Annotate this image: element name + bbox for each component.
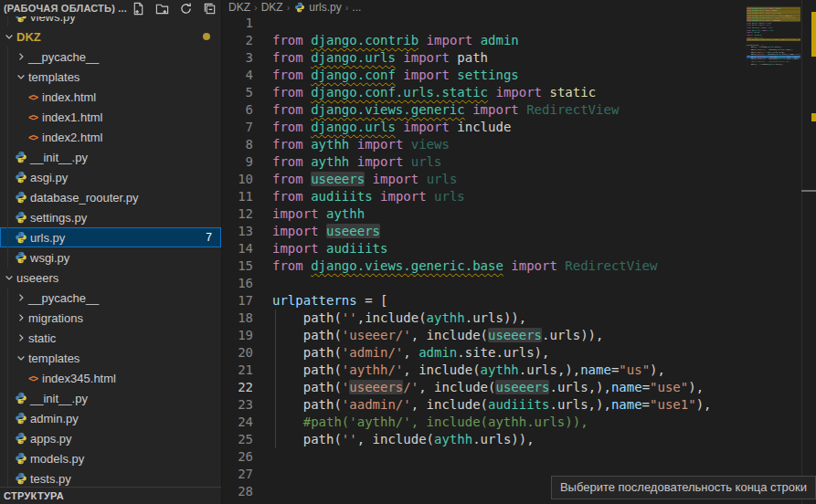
line-number: 15: [222, 257, 253, 275]
code-line-11[interactable]: from audiiits import urls: [272, 188, 816, 205]
tree-item-label: settings.py: [30, 211, 87, 225]
code-area[interactable]: 1234567891011121314151617181920212223242…: [222, 15, 816, 504]
overview-ruler[interactable]: [801, 0, 816, 504]
tree-item-tests-py[interactable]: tests.py: [0, 468, 221, 488]
code-line-6[interactable]: from django.views.generic import Redirec…: [272, 101, 816, 119]
refresh-icon[interactable]: [178, 1, 193, 16]
tree-item-index1-html[interactable]: <>index1.html: [0, 107, 221, 127]
code-line-10[interactable]: from useeers import urls: [272, 171, 816, 188]
modified-dot-icon: [203, 33, 210, 40]
code-line-25[interactable]: path('', include(aythh.urls)),: [272, 431, 816, 448]
code-line-16[interactable]: [272, 275, 816, 292]
tree-item-urls-py[interactable]: urls.py7: [0, 227, 221, 247]
tree-item-database-roouter-py[interactable]: database_roouter.py: [0, 187, 221, 207]
chevron-right-icon: [14, 51, 28, 62]
code-line-19[interactable]: path('useeer/', include(useeers.urls)),: [272, 327, 816, 344]
code-line-2[interactable]: from django.contrib import admin: [272, 32, 816, 49]
code-line-22[interactable]: path('useeers/', include(useeers.urls,),…: [272, 379, 816, 396]
code-line-4[interactable]: from django.conf import settings: [272, 67, 816, 84]
code-line-7[interactable]: from django.urls import include: [272, 119, 816, 136]
line-number: 13: [222, 223, 253, 240]
vscode-window: (РАБОЧАЯ ОБЛАСТЬ) ... views.pyDKZ__pycac…: [0, 0, 816, 504]
code-line-23[interactable]: path('aadmin/', include(audiiits.urls,),…: [272, 396, 816, 414]
new-file-icon[interactable]: [131, 1, 145, 16]
tree-item-dkz[interactable]: DKZ: [0, 26, 221, 47]
code-line-15[interactable]: from django.views.generic.base import Re…: [272, 257, 816, 275]
python-file-icon: [14, 171, 28, 184]
tree-item-apps-py[interactable]: apps.py: [0, 428, 221, 448]
tree-item-label: DKZ: [16, 30, 41, 44]
tree-item-label: tests.py: [30, 472, 71, 486]
tree-item-init-py[interactable]: __init__.py: [0, 147, 221, 167]
tree-item-static[interactable]: static: [0, 328, 221, 348]
tree-item-label: models.py: [30, 452, 84, 466]
line-number: 20: [222, 344, 253, 362]
code-line-9[interactable]: from aythh import urls: [272, 153, 816, 171]
breadcrumb-separator: ›: [287, 2, 291, 13]
scroll-divider-marker: [801, 190, 816, 192]
tree-item-asgi-py[interactable]: asgi.py: [0, 167, 221, 187]
tree-item-migrations[interactable]: migrations: [0, 308, 221, 328]
chevron-right-icon: [14, 332, 28, 343]
code-content[interactable]: from django.contrib import adminfrom dja…: [272, 15, 816, 504]
code-line-5[interactable]: from django.conf.urls.static import stat…: [272, 84, 816, 101]
collapse-all-icon[interactable]: [202, 1, 217, 16]
breadcrumb-separator: ›: [254, 2, 258, 13]
code-line-20[interactable]: path('admin/', admin.site.urls),: [272, 344, 816, 362]
python-file-icon: [294, 2, 305, 13]
tree-item-templates[interactable]: templates: [0, 348, 221, 368]
minimap[interactable]: from django.contrib import adminfrom dja…: [747, 5, 800, 114]
tree-item-label: index1.html: [42, 110, 102, 124]
tree-item-settings-py[interactable]: settings.py: [0, 207, 221, 227]
line-number: 6: [222, 101, 253, 119]
html-file-icon: <>: [26, 132, 40, 142]
outline-section-header[interactable]: СТРУКТУРА: [0, 487, 221, 504]
code-line-8[interactable]: from aythh import views: [272, 136, 816, 153]
code-line-28[interactable]: [747, 70, 800, 73]
code-line-18[interactable]: path('',include(aythh.urls)),: [272, 310, 816, 327]
tree-item-pycache[interactable]: __pycache__: [0, 288, 221, 308]
tree-item-index345-html[interactable]: <>index345.html: [0, 368, 221, 388]
tree-item-index2-html[interactable]: <>index2.html: [0, 127, 221, 147]
breadcrumb-item-dkz[interactable]: DKZ: [261, 1, 283, 14]
code-line-17[interactable]: urlpatterns = [: [272, 292, 816, 310]
breadcrumb-item-urls-py[interactable]: urls.py: [293, 1, 341, 14]
line-number: 17: [222, 292, 253, 310]
code-line-24[interactable]: #path('aythh/', include(aythh.urls)),: [272, 414, 816, 431]
tree-item-label: __pycache__: [28, 291, 99, 305]
tree-item-wsgi-py[interactable]: wsgi.py: [0, 247, 221, 268]
code-line-26[interactable]: [272, 448, 816, 466]
tree-item-models-py[interactable]: models.py: [0, 448, 221, 468]
breadcrumb-item--[interactable]: ...: [352, 1, 361, 14]
code-line-3[interactable]: from django.urls import path: [272, 49, 816, 67]
line-number: 9: [222, 153, 253, 171]
code-line-12[interactable]: import aythh: [272, 205, 816, 223]
code-line-13[interactable]: import useeers: [272, 223, 816, 240]
outline-label: СТРУКТУРА: [4, 490, 64, 501]
chevron-down-icon: [14, 71, 28, 82]
code-line-14[interactable]: import audiiits: [272, 240, 816, 257]
breadcrumb-separator: ›: [345, 2, 349, 13]
minimap-content: from django.contrib import adminfrom dja…: [747, 5, 800, 72]
tree-item-useeers[interactable]: useeers: [0, 268, 221, 288]
new-folder-icon[interactable]: [154, 1, 169, 16]
line-number: 8: [222, 136, 253, 153]
code-line-21[interactable]: path('aythh/', include(aythh.urls,),name…: [272, 362, 816, 379]
breadcrumb-item-dkz[interactable]: DKZ: [228, 1, 250, 14]
explorer-toolbar: [131, 1, 217, 16]
tree-item-init-py[interactable]: __init__.py: [0, 388, 221, 408]
tree-item-templates[interactable]: templates: [0, 67, 221, 87]
tree-item-index-html[interactable]: <>index.html: [0, 87, 221, 107]
line-number: 4: [222, 67, 253, 84]
warning-line-15-marker: [811, 113, 816, 121]
tree-item-admin-py[interactable]: admin.py: [0, 408, 221, 428]
explorer-section-header[interactable]: (РАБОЧАЯ ОБЛАСТЬ) ...: [0, 0, 221, 16]
line-number: 23: [222, 396, 253, 414]
line-number: 5: [222, 84, 253, 101]
code-line-1[interactable]: [272, 15, 816, 32]
tree-item-pycache[interactable]: __pycache__: [0, 47, 221, 67]
tree-item-label: index2.html: [42, 131, 102, 144]
python-file-icon: [14, 251, 28, 264]
tree-item-label: useeers: [16, 271, 58, 285]
eol-tooltip: Выберите последовательность конца строки: [551, 476, 816, 499]
